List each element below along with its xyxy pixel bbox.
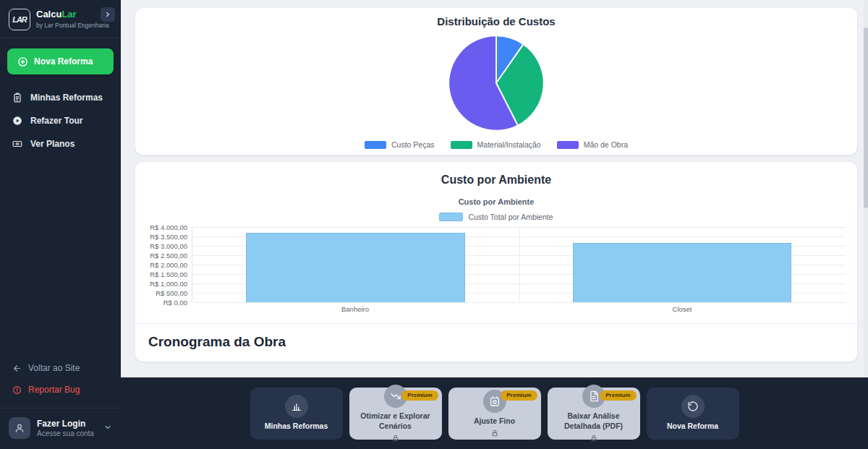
legend-item-custo-total[interactable]: Custo Total por Ambiente — [439, 213, 553, 221]
y-tick-label: R$ 2.000,00 — [150, 261, 187, 269]
button-label: Ajuste Fino — [474, 416, 515, 426]
icon-circle — [681, 395, 705, 418]
avatar — [9, 417, 30, 439]
chevron-right-icon — [104, 11, 111, 18]
baixar-analise-pdf-button[interactable]: Premium Baixar Análise Detalhada (PDF) — [548, 388, 640, 440]
reportar-bug-label: Reportar Bug — [28, 385, 80, 395]
y-tick-label: R$ 3.000,00 — [150, 242, 187, 250]
login-row[interactable]: Fazer Login Acesse sua conta — [0, 408, 121, 443]
user-icon — [14, 423, 25, 433]
clipboard-icon — [12, 93, 22, 103]
reportar-bug-link[interactable]: Reportar Bug — [0, 379, 121, 401]
button-label: Otimizar e Explorar Cenários — [355, 411, 436, 430]
bar-chart-section: Custo por Ambiente Custo por Ambiente Cu… — [135, 162, 857, 323]
legend-swatch — [439, 213, 463, 221]
chevron-down-icon[interactable] — [103, 422, 112, 435]
gridline-vertical — [519, 227, 520, 302]
y-tick-label: R$ 1.000,00 — [150, 280, 187, 288]
bar-chart-title: Custo por Ambiente — [147, 174, 846, 187]
minhas-reformas-button[interactable]: Minhas Reformas — [250, 388, 343, 440]
y-tick-label: R$ 500,00 — [156, 289, 187, 297]
pie-chart-title: Distribuição de Custos — [144, 15, 848, 27]
y-tick-label: R$ 1.500,00 — [150, 270, 187, 278]
voltar-ao-site-label: Voltar ao Site — [28, 363, 80, 373]
legend-item-custo-pecas[interactable]: Custo Peças — [365, 140, 435, 149]
x-axis-label: Banheiro — [192, 305, 519, 313]
legend-label: Mão de Obra — [584, 140, 628, 149]
app-title: CalcuLar — [36, 9, 109, 20]
sidebar-footer: Voltar ao Site Reportar Bug Fazer Login … — [0, 357, 121, 449]
alert-circle-icon — [12, 385, 22, 395]
pie-chart — [443, 30, 549, 136]
legend-item-material-instalacao[interactable]: Material/Instalação — [451, 140, 541, 149]
sidebar-item-label: Minhas Reformas — [30, 93, 103, 103]
voltar-ao-site-link[interactable]: Voltar ao Site — [0, 357, 121, 379]
pie-chart-card: Distribuição de Custos Custo Peças Mater… — [135, 7, 858, 155]
sidebar-nav: Minhas Reformas Refazer Tour Ver Planos — [0, 82, 121, 160]
premium-badge: Premium — [600, 390, 636, 401]
nova-reforma-sidebar-button[interactable]: Nova Reforma — [7, 48, 114, 74]
lock-icon — [491, 429, 498, 437]
arrow-left-icon — [12, 364, 22, 373]
plus-circle-icon — [17, 56, 28, 67]
sidebar-item-label: Refazer Tour — [30, 116, 82, 126]
sidebar-item-minhas-reformas[interactable]: Minhas Reformas — [0, 86, 121, 109]
sidebar-item-ver-planos[interactable]: Ver Planos — [0, 132, 121, 155]
main-column: Distribuição de Custos Custo Peças Mater… — [121, 0, 868, 449]
bar-plot-area — [192, 227, 846, 302]
legend-label: Material/Instalação — [477, 140, 541, 149]
y-axis-ticks: R$ 4.000,00R$ 3.500,00R$ 3.000,00R$ 2.50… — [147, 227, 192, 302]
sidebar-item-label: Ver Planos — [30, 139, 75, 149]
legend-item-mao-de-obra[interactable]: Mão de Obra — [557, 140, 628, 149]
pie-legend: Custo Peças Material/Instalação Mão de O… — [144, 140, 848, 149]
nova-reforma-bottom-button[interactable]: Nova Reforma — [647, 388, 739, 440]
cronograma-section: Cronograma da Obra — [135, 323, 857, 362]
app-tagline: by Lar Pontual Engenharia — [36, 22, 109, 29]
bottom-action-bar: Minhas Reformas Premium Otimizar e Explo… — [121, 377, 868, 449]
sidebar-item-refazer-tour[interactable]: Refazer Tour — [0, 109, 121, 132]
brand-accent: Lar — [61, 9, 76, 20]
bar-closet — [573, 243, 792, 302]
pie-chart-canvas — [144, 30, 848, 136]
bar-chart-subtitle: Custo por Ambiente — [147, 197, 846, 206]
y-tick-label: R$ 2.500,00 — [150, 252, 187, 260]
bar-chart-card: Custo por Ambiente Custo por Ambiente Cu… — [135, 161, 858, 362]
lock-icon — [590, 435, 597, 442]
lock-icon — [392, 435, 399, 442]
otimizar-cenarios-button[interactable]: Premium Otimizar e Explorar Cenários — [349, 388, 442, 440]
bar-chart-canvas: R$ 4.000,00R$ 3.500,00R$ 3.000,00R$ 2.50… — [147, 227, 846, 302]
nova-reforma-label: Nova Reforma — [34, 56, 93, 67]
button-label: Baixar Análise Detalhada (PDF) — [553, 411, 634, 430]
legend-label: Custo Peças — [391, 140, 435, 149]
premium-badge: Premium — [401, 390, 438, 401]
banknote-icon — [12, 139, 22, 149]
sliders-icon — [489, 395, 501, 407]
y-tick-label: R$ 0,00 — [163, 299, 187, 307]
brand-primary: Calcu — [36, 9, 61, 20]
document-icon — [588, 390, 600, 402]
x-axis-label: Closet — [519, 305, 846, 313]
button-label: Nova Reforma — [667, 422, 718, 431]
main-scroll-area: Distribuição de Custos Custo Peças Mater… — [121, 0, 868, 377]
rotate-ccw-icon — [687, 401, 699, 412]
legend-label: Custo Total por Ambiente — [468, 213, 553, 221]
icon-circle — [285, 395, 308, 418]
ajuste-fino-button[interactable]: Premium Ajuste Fino — [448, 388, 541, 440]
login-subtitle: Acesse sua conta — [37, 429, 94, 437]
sidebar-collapse-button[interactable] — [101, 7, 115, 22]
app-logo-icon: LAR — [9, 9, 30, 30]
brand-block: CalcuLar by Lar Pontual Engenharia — [36, 9, 109, 29]
bar-legend: Custo Total por Ambiente — [147, 213, 846, 221]
scrollbar-thumb[interactable] — [864, 27, 868, 208]
play-circle-icon — [12, 116, 22, 126]
scrollbar-track — [864, 0, 868, 377]
sidebar-header: LAR CalcuLar by Lar Pontual Engenharia — [0, 0, 121, 38]
bar-chart-icon — [291, 401, 302, 412]
login-title: Fazer Login — [37, 419, 94, 429]
trending-icon — [390, 390, 401, 402]
premium-badge: Premium — [501, 390, 537, 401]
bar-banheiro — [246, 233, 465, 302]
y-tick-label: R$ 4.000,00 — [150, 223, 187, 231]
y-tick-label: R$ 3.500,00 — [150, 233, 187, 241]
legend-swatch — [365, 141, 386, 149]
